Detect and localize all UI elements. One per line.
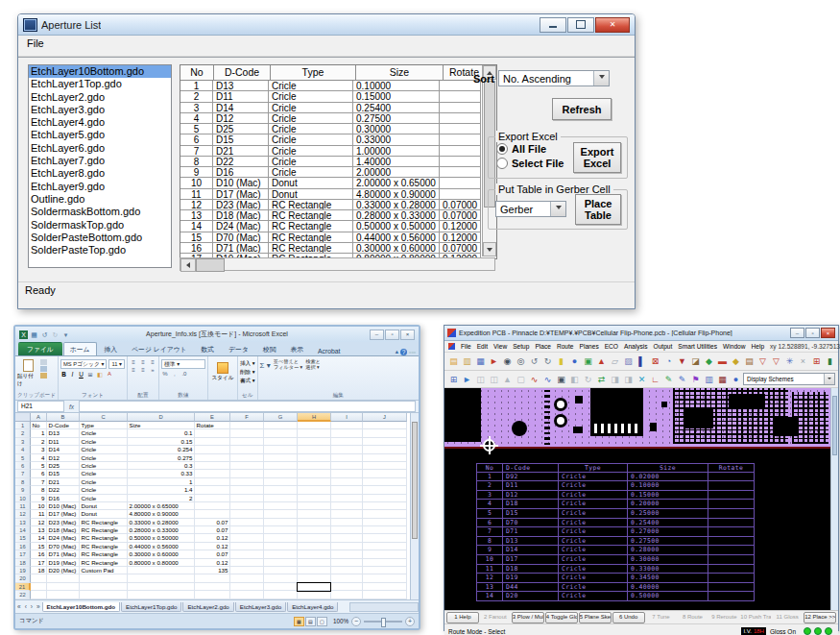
cell[interactable]: D17 (Mac) <box>213 189 269 200</box>
cell[interactable]: Donut <box>269 189 353 200</box>
cell[interactable]: E <box>195 413 230 422</box>
help-icon[interactable]: ? <box>400 349 407 355</box>
cell[interactable] <box>331 550 363 558</box>
cell[interactable] <box>195 486 230 494</box>
cell[interactable]: 0.33000 x 0.28000 <box>128 519 195 526</box>
layers-icon[interactable]: ▨ <box>622 355 635 367</box>
save-icon[interactable]: ▦ <box>474 355 487 367</box>
cell[interactable]: No <box>31 422 47 429</box>
menu-item[interactable]: Edit <box>477 343 488 350</box>
decimal-icon[interactable]: .0 <box>180 371 188 377</box>
cell[interactable]: RC Rectangle <box>80 543 128 550</box>
cell[interactable]: 2.00000 <box>353 167 440 178</box>
cell[interactable]: 0.28000 x 0.33000 <box>353 210 440 221</box>
cell[interactable] <box>363 510 407 518</box>
cell[interactable] <box>331 519 363 526</box>
cell[interactable] <box>298 543 331 550</box>
font-size-combobox[interactable]: 11 ▾ <box>108 359 125 369</box>
copy-icon[interactable] <box>40 366 47 372</box>
sphere-icon[interactable]: ◔ <box>662 355 675 367</box>
cell[interactable] <box>230 422 264 429</box>
cell[interactable] <box>264 526 298 534</box>
cell[interactable] <box>331 574 363 582</box>
cell[interactable] <box>331 567 363 574</box>
cell[interactable]: B <box>47 413 80 422</box>
title-bar[interactable]: Aperture_Info.xls [互換モード] - Microsoft Ex… <box>15 327 419 342</box>
fence-icon[interactable]: ▤ <box>743 355 756 367</box>
page-break-view-icon[interactable]: ▢ <box>317 617 327 626</box>
cell[interactable]: RC Rectangle <box>80 526 128 534</box>
cell[interactable]: I <box>331 413 363 422</box>
cell[interactable]: 16 <box>31 550 47 558</box>
cell[interactable]: 0.07 <box>195 550 230 558</box>
cell[interactable] <box>440 124 481 134</box>
cell[interactable]: RC Rectangle <box>80 519 128 526</box>
cell[interactable]: 18 <box>15 559 31 567</box>
cell[interactable] <box>331 454 363 462</box>
table-row[interactable]: ABCDEFGHIJ <box>31 413 419 422</box>
cell[interactable]: 22 <box>15 591 31 598</box>
file-list-item[interactable]: EtchLayer9.gdo <box>29 181 171 193</box>
move-icon[interactable]: ▼ <box>676 355 688 367</box>
menu-file[interactable]: File <box>25 37 46 49</box>
table-row[interactable]: 8D22Cricle1.40000 <box>180 157 496 167</box>
cell[interactable]: Cricle <box>269 124 353 134</box>
cell[interactable]: D17 (Mac) <box>47 510 80 518</box>
cell[interactable] <box>298 429 331 437</box>
table-row[interactable]: 5D25Cricle0.30000 <box>180 124 496 134</box>
title-bar[interactable]: Expedition PCB - Pinnacle D:¥TEMP¥.¥PCB¥… <box>444 326 838 341</box>
cell[interactable] <box>331 510 363 518</box>
minimize-button[interactable]: – <box>790 328 804 338</box>
window-new-icon[interactable]: ⊞ <box>447 374 460 385</box>
cell[interactable]: Donut <box>269 178 353 188</box>
file-list-item[interactable]: SoldermaskBottom.gdo <box>29 206 171 218</box>
cell[interactable]: D15 <box>47 470 80 477</box>
cell[interactable]: D20 (Mac) <box>47 567 80 574</box>
cell[interactable] <box>230 583 264 591</box>
table-row[interactable]: 20 <box>15 574 419 582</box>
cell[interactable] <box>440 189 481 200</box>
place-table-button[interactable]: Place Table <box>575 194 621 225</box>
cell[interactable] <box>264 559 298 567</box>
cell[interactable]: Cricle <box>269 81 353 91</box>
table-row[interactable]: 54D12Cricle0.275 <box>15 454 419 462</box>
cell[interactable] <box>47 583 80 591</box>
table-row[interactable]: 22 <box>15 591 419 598</box>
cell[interactable] <box>363 526 407 534</box>
font-name-combobox[interactable]: MS Pゴシック ▾ <box>60 359 107 369</box>
table-row[interactable]: 21D13Cricle0.1 <box>15 429 419 437</box>
page-layout-view-icon[interactable]: ▤ <box>305 617 316 626</box>
cell[interactable]: Cricle <box>269 157 353 167</box>
cell[interactable]: Cricle <box>80 438 128 446</box>
file-list-item[interactable]: SoldermaskTop.gdo <box>29 219 171 232</box>
function-key-button[interactable]: 1 Help <box>446 612 479 623</box>
cell[interactable] <box>264 470 298 477</box>
dark-window-icon[interactable]: ▣ <box>555 374 567 385</box>
qat-dropdown-icon[interactable]: ▾ <box>61 330 70 339</box>
cell[interactable] <box>363 519 407 526</box>
function-key-button[interactable]: 12 Place >> <box>804 612 836 623</box>
find-select-button[interactable]: 検索と選択 ▾ <box>305 359 321 370</box>
cell[interactable]: Custom Pad <box>80 567 128 574</box>
table-row[interactable]: 98D22Cricle1.4 <box>15 486 419 494</box>
cell[interactable]: 3 <box>15 438 31 446</box>
align-bottom-icon[interactable]: ≡ <box>149 359 156 365</box>
cell[interactable]: F <box>230 413 264 422</box>
cell[interactable]: Cricle <box>80 495 128 502</box>
cell[interactable] <box>298 519 331 526</box>
cell[interactable]: 5 <box>15 454 31 462</box>
cell[interactable]: J <box>363 413 407 422</box>
cell[interactable]: 0.15000 <box>353 91 440 102</box>
book-green-icon[interactable]: ▮ <box>824 355 836 367</box>
bars-blue-icon[interactable]: ▥ <box>703 374 715 385</box>
cell[interactable] <box>230 462 264 470</box>
file-list-item[interactable]: EtchLayer6.gdo <box>29 142 171 155</box>
cell[interactable] <box>331 438 363 446</box>
cell[interactable]: 0.07000 <box>440 200 481 210</box>
cell[interactable]: No <box>180 65 214 81</box>
cell[interactable] <box>195 495 230 502</box>
cell[interactable] <box>331 495 363 502</box>
cell[interactable]: D70 (Mac) <box>47 543 80 550</box>
cell[interactable] <box>331 422 363 429</box>
cell[interactable] <box>363 429 407 437</box>
